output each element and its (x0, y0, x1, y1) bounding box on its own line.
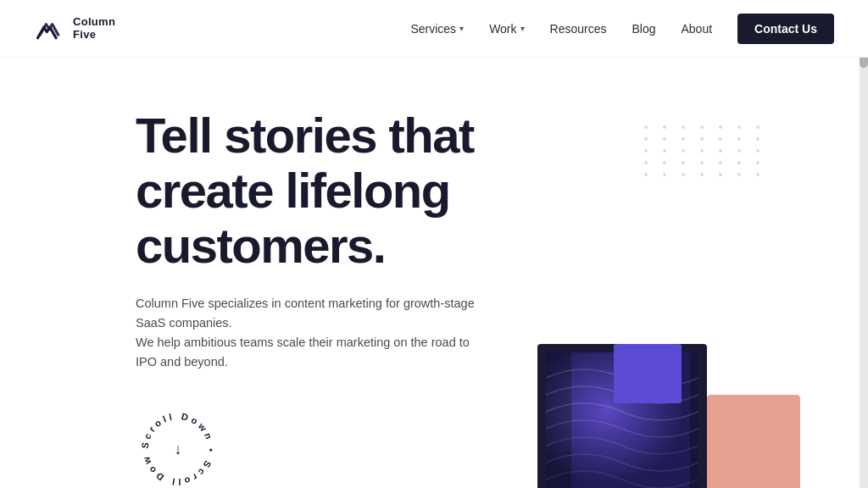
nav-label-resources: Resources (550, 22, 607, 36)
decorative-dot (756, 137, 760, 141)
decorative-dot (644, 173, 648, 176)
decorative-dot (756, 173, 760, 176)
contact-us-button[interactable]: Contact Us (737, 14, 834, 44)
illustration-blue-card (614, 344, 682, 403)
illustration-pink-rect (707, 395, 800, 488)
decorative-dot (737, 173, 741, 176)
decorative-dot (663, 173, 666, 176)
decorative-dot (737, 137, 741, 141)
decorative-dot (663, 149, 666, 152)
decorative-dot (700, 149, 704, 152)
decorative-dot (644, 161, 648, 164)
decorative-dots: // Generate dot grid inline (644, 125, 766, 176)
chevron-down-icon: ▾ (459, 24, 464, 33)
decorative-dot (756, 161, 760, 164)
nav-item-services[interactable]: Services ▾ (400, 17, 474, 41)
decorative-dot (644, 137, 648, 141)
decorative-dot (737, 149, 741, 152)
decorative-dot (719, 149, 722, 152)
scroll-down[interactable]: Scroll Down • Scroll Down • ↓ (136, 407, 220, 488)
decorative-dot (737, 161, 741, 164)
decorative-dot (663, 161, 666, 164)
logo-line1: Column (73, 16, 115, 28)
nav-label-services: Services (410, 22, 456, 36)
logo[interactable]: Column Five (34, 14, 115, 44)
decorative-dot (719, 173, 722, 176)
decorative-dot (756, 149, 760, 152)
decorative-dot (682, 173, 685, 176)
decorative-dot (682, 149, 685, 152)
decorative-dot (644, 125, 648, 129)
hero-section: Tell stories that create lifelong custom… (0, 58, 868, 488)
decorative-dot (682, 161, 685, 164)
decorative-dot (719, 161, 722, 164)
logo-text: Column Five (73, 16, 115, 41)
decorative-dot (719, 125, 722, 129)
decorative-dot (644, 149, 648, 152)
nav-label-blog: Blog (632, 22, 655, 36)
decorative-dot (719, 137, 722, 141)
nav-links: Services ▾ Work ▾ Resources Blog About C… (400, 14, 834, 44)
decorative-dot (756, 125, 760, 129)
decorative-dot (700, 173, 704, 176)
decorative-dot (682, 137, 685, 141)
decorative-dot (737, 125, 741, 129)
navbar: Column Five Services ▾ Work ▾ Resources … (0, 0, 868, 58)
decorative-dot (663, 125, 666, 129)
nav-label-about: About (682, 22, 713, 36)
decorative-dot (700, 125, 704, 129)
decorative-dot (700, 161, 704, 164)
decorative-dot (700, 137, 704, 141)
hero-subtitle-line2: We help ambitious teams scale their mark… (136, 336, 470, 369)
logo-line2: Five (73, 29, 115, 41)
scroll-arrow-icon: ↓ (175, 440, 182, 458)
hero-subtitle-line1: Column Five specializes in content marke… (136, 297, 475, 330)
decorative-dot (663, 137, 666, 141)
decorative-dot (682, 125, 685, 129)
hero-subtitle: Column Five specializes in content marke… (136, 294, 475, 373)
logo-icon (34, 14, 64, 44)
chevron-down-icon: ▾ (520, 24, 525, 33)
nav-label-work: Work (489, 22, 516, 36)
nav-item-work[interactable]: Work ▾ (479, 17, 534, 41)
hero-title: Tell stories that create lifelong custom… (136, 108, 610, 274)
nav-item-about[interactable]: About (671, 17, 723, 41)
nav-item-blog[interactable]: Blog (621, 17, 665, 41)
nav-item-resources[interactable]: Resources (540, 17, 617, 41)
hero-illustration (495, 285, 817, 488)
